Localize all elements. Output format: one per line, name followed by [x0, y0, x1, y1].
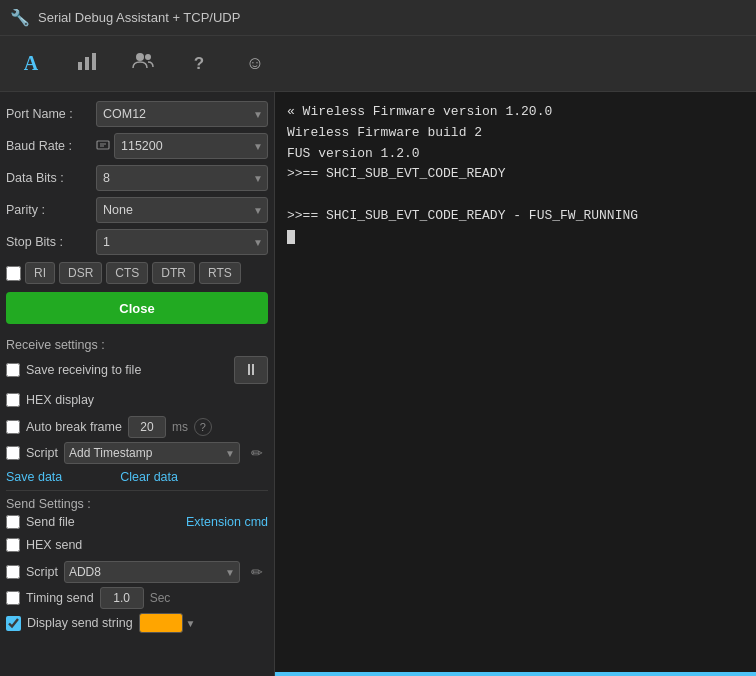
- smiley-icon: ☺: [246, 53, 264, 74]
- data-action-row: Save data Clear data: [6, 470, 268, 484]
- svg-rect-2: [92, 53, 96, 70]
- help-question-button[interactable]: ?: [194, 418, 212, 436]
- data-bits-row: Data Bits : 8 ▼: [6, 164, 268, 192]
- dtr-button[interactable]: DTR: [152, 262, 195, 284]
- terminal-line-6: >>== SHCI_SUB_EVT_CODE_READY - FUS_FW_RU…: [287, 206, 744, 227]
- port-name-select[interactable]: COM12: [96, 101, 268, 127]
- main-layout: Port Name : COM12 ▼ Baud Rate : 115200: [0, 92, 756, 676]
- script-receive-select[interactable]: Add Timestamp: [64, 442, 240, 464]
- svg-point-4: [145, 54, 151, 60]
- cts-button[interactable]: CTS: [106, 262, 148, 284]
- baud-icon: [96, 138, 110, 155]
- pause-button[interactable]: ⏸: [234, 356, 268, 384]
- display-arrow-icon: ▼: [186, 618, 196, 629]
- graph-icon: [76, 50, 98, 77]
- signals-checkbox[interactable]: [6, 266, 21, 281]
- stop-bits-label: Stop Bits :: [6, 235, 96, 249]
- cursor: [287, 230, 295, 244]
- svg-rect-0: [78, 62, 82, 70]
- hex-send-label: HEX send: [26, 538, 82, 552]
- sec-label: Sec: [150, 591, 171, 605]
- clear-data-button[interactable]: Clear data: [120, 470, 178, 484]
- stop-bits-select[interactable]: 1: [96, 229, 268, 255]
- baud-rate-row: Baud Rate : 115200 ▼: [6, 132, 268, 160]
- receive-settings-header: Receive settings :: [6, 338, 268, 352]
- app-title: Serial Debug Assistant + TCP/UDP: [38, 10, 240, 25]
- color-swatch[interactable]: [139, 613, 183, 633]
- data-bits-select-wrapper: 8 ▼: [96, 165, 268, 191]
- script-send-select-wrapper: ADD8 ▼: [64, 561, 240, 583]
- data-bits-select[interactable]: 8: [96, 165, 268, 191]
- stop-bits-row: Stop Bits : 1 ▼: [6, 228, 268, 256]
- script-send-edit-button[interactable]: ✏: [246, 561, 268, 583]
- save-to-file-checkbox[interactable]: [6, 363, 20, 377]
- baud-rate-select[interactable]: 115200: [114, 133, 268, 159]
- port-name-label: Port Name :: [6, 107, 96, 121]
- emoji-button[interactable]: ☺: [236, 45, 274, 83]
- send-file-row: Send file Extension cmd: [6, 515, 268, 529]
- send-file-checkbox[interactable]: [6, 515, 20, 529]
- script-receive-select-wrapper: Add Timestamp ▼: [64, 442, 240, 464]
- port-name-row: Port Name : COM12 ▼: [6, 100, 268, 128]
- dsr-button[interactable]: DSR: [59, 262, 102, 284]
- multiuser-button[interactable]: [124, 45, 162, 83]
- signals-row: RI DSR CTS DTR RTS: [6, 262, 268, 284]
- terminal-line-5: [287, 185, 744, 206]
- script-send-checkbox[interactable]: [6, 565, 20, 579]
- script-receive-edit-button[interactable]: ✏: [246, 442, 268, 464]
- divider: [6, 490, 268, 491]
- hex-send-checkbox[interactable]: [6, 538, 20, 552]
- display-send-string-label: Display send string: [27, 616, 133, 630]
- terminal-panel: « Wireless Firmware version 1.20.0 Wirel…: [275, 92, 756, 676]
- script-receive-checkbox[interactable]: [6, 446, 20, 460]
- title-bar: 🔧 Serial Debug Assistant + TCP/UDP: [0, 0, 756, 36]
- display-color-wrapper: ▼: [139, 613, 268, 633]
- hex-display-checkbox[interactable]: [6, 393, 20, 407]
- baud-rate-label: Baud Rate :: [6, 139, 96, 153]
- rts-button[interactable]: RTS: [199, 262, 241, 284]
- ms-label: ms: [172, 420, 188, 434]
- terminal-line-2: Wireless Firmware build 2: [287, 123, 744, 144]
- auto-break-checkbox[interactable]: [6, 420, 20, 434]
- save-data-button[interactable]: Save data: [6, 470, 62, 484]
- script-send-row: Script ADD8 ▼ ✏: [6, 561, 268, 583]
- font-button[interactable]: A: [12, 45, 50, 83]
- script-send-select[interactable]: ADD8: [64, 561, 240, 583]
- display-send-string-row: Display send string ▼: [6, 613, 268, 633]
- question-icon: ?: [194, 54, 204, 74]
- data-bits-label: Data Bits :: [6, 171, 96, 185]
- graph-button[interactable]: [68, 45, 106, 83]
- help-button[interactable]: ?: [180, 45, 218, 83]
- multiuser-icon: [132, 50, 154, 77]
- pause-icon: ⏸: [243, 361, 259, 379]
- svg-rect-1: [85, 57, 89, 70]
- timing-send-label: Timing send: [26, 591, 94, 605]
- ri-button[interactable]: RI: [25, 262, 55, 284]
- save-to-file-label: Save receiving to file: [26, 363, 141, 377]
- close-button[interactable]: Close: [6, 292, 268, 324]
- timing-send-checkbox[interactable]: [6, 591, 20, 605]
- send-settings-header: Send Settings :: [6, 497, 268, 511]
- timing-send-input[interactable]: 1.0: [100, 587, 144, 609]
- svg-point-3: [136, 53, 144, 61]
- script-send-tag: Script: [26, 565, 58, 579]
- stop-bits-select-wrapper: 1 ▼: [96, 229, 268, 255]
- send-file-label: Send file: [26, 515, 75, 529]
- display-send-string-checkbox[interactable]: [6, 616, 21, 631]
- auto-break-row: Auto break frame 20 ms ?: [6, 416, 268, 438]
- parity-row: Parity : None ▼: [6, 196, 268, 224]
- app-icon: 🔧: [10, 8, 30, 27]
- terminal-line-7: [287, 227, 744, 248]
- script-receive-row: Script Add Timestamp ▼ ✏: [6, 442, 268, 464]
- parity-select-wrapper: None ▼: [96, 197, 268, 223]
- timing-send-row: Timing send 1.0 Sec: [6, 587, 268, 609]
- auto-break-input[interactable]: 20: [128, 416, 166, 438]
- extension-cmd-button[interactable]: Extension cmd: [186, 515, 268, 529]
- parity-select[interactable]: None: [96, 197, 268, 223]
- parity-label: Parity :: [6, 203, 96, 217]
- hex-display-row: HEX display: [6, 388, 268, 412]
- auto-break-label: Auto break frame: [26, 420, 122, 434]
- baud-rate-select-wrapper: 115200 ▼: [114, 133, 268, 159]
- left-panel: Port Name : COM12 ▼ Baud Rate : 115200: [0, 92, 275, 676]
- hex-display-label: HEX display: [26, 393, 94, 407]
